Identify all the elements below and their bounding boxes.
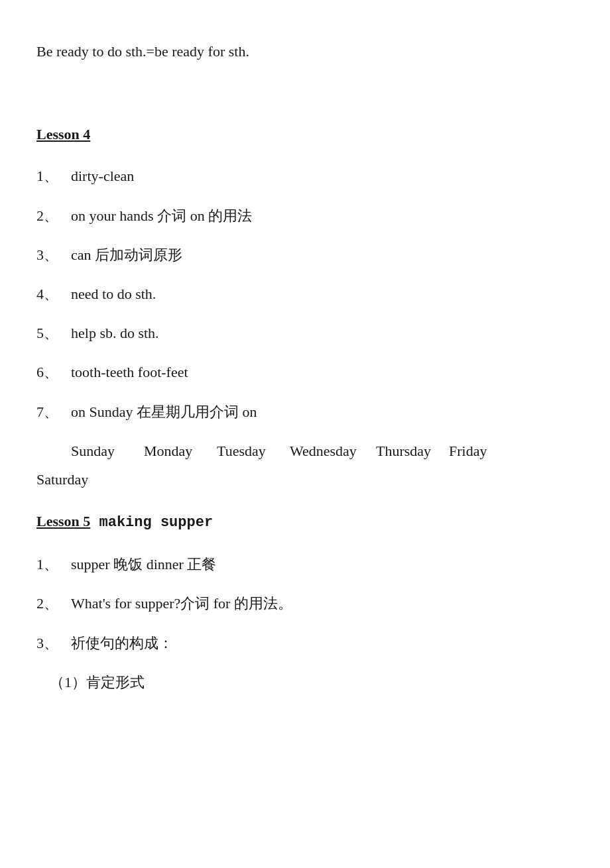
- item-num-3: 3、: [36, 243, 71, 266]
- item-text-6: tooth-teeth foot-feet: [71, 360, 570, 384]
- lesson5-heading-underlined: Lesson 5: [36, 513, 90, 529]
- lesson4-item-7: 7、 on Sunday 在星期几用介词 on: [36, 400, 570, 423]
- day-monday: Monday: [144, 439, 217, 462]
- day-tuesday: Tuesday: [217, 439, 290, 462]
- lesson5-item-num-2: 2、: [36, 592, 71, 615]
- item-num-5: 5、: [36, 321, 71, 345]
- lesson4-item-6: 6、 tooth-teeth foot-feet: [36, 360, 570, 384]
- item-text-3: can 后加动词原形: [71, 243, 570, 266]
- item-num-6: 6、: [36, 360, 71, 384]
- lesson5-sub-item: （1）肯定形式: [50, 671, 570, 694]
- day-friday: Friday: [449, 439, 522, 462]
- lesson4-item-4: 4、 need to do sth.: [36, 282, 570, 305]
- lesson5-content: 1、 supper 晚饭 dinner 正餐 2、 What's for sup…: [36, 553, 570, 694]
- lesson4-item-3: 3、 can 后加动词原形: [36, 243, 570, 266]
- lesson5-heading-rest: making supper: [90, 514, 213, 531]
- item-text-4: need to do sth.: [71, 282, 570, 305]
- days-row: Sunday Monday Tuesday Wednesday Thursday…: [71, 439, 570, 462]
- lesson5-item-num-3: 3、: [36, 631, 71, 655]
- saturday-text: Saturday: [36, 468, 570, 491]
- lesson5-item-text-3: 祈使句的构成：: [71, 631, 570, 655]
- item-text-2: on your hands 介词 on 的用法: [71, 204, 570, 227]
- lesson4-item-1: 1、 dirty-clean: [36, 164, 570, 188]
- lesson5-item-num-1: 1、: [36, 553, 71, 576]
- lesson4-heading-text: Lesson 4: [36, 123, 90, 146]
- lesson4-heading: Lesson 4: [36, 123, 570, 146]
- item-text-5: help sb. do sth.: [71, 321, 570, 345]
- intro-text: Be ready to do sth.=be ready for sth.: [36, 40, 570, 63]
- lesson5-item-text-2: What's for supper?介词 for 的用法。: [71, 592, 570, 615]
- lesson4-item-5: 5、 help sb. do sth.: [36, 321, 570, 345]
- item-num-4: 4、: [36, 282, 71, 305]
- item-num-2: 2、: [36, 204, 71, 227]
- item-num-7: 7、: [36, 400, 71, 423]
- item-text-7: on Sunday 在星期几用介词 on: [71, 400, 570, 423]
- day-thursday: Thursday: [376, 439, 449, 462]
- item-num-1: 1、: [36, 164, 71, 188]
- lesson5-item-3: 3、 祈使句的构成：: [36, 631, 570, 655]
- lesson5-item-2: 2、 What's for supper?介词 for 的用法。: [36, 592, 570, 615]
- lesson5-item-1: 1、 supper 晚饭 dinner 正餐: [36, 553, 570, 576]
- item-text-1: dirty-clean: [71, 164, 570, 188]
- day-sunday: Sunday: [71, 439, 144, 462]
- lesson5-heading: Lesson 5 making supper: [36, 510, 570, 534]
- day-wednesday: Wednesday: [290, 439, 376, 462]
- lesson5-item-text-1: supper 晚饭 dinner 正餐: [71, 553, 570, 576]
- lesson4-item-2: 2、 on your hands 介词 on 的用法: [36, 204, 570, 227]
